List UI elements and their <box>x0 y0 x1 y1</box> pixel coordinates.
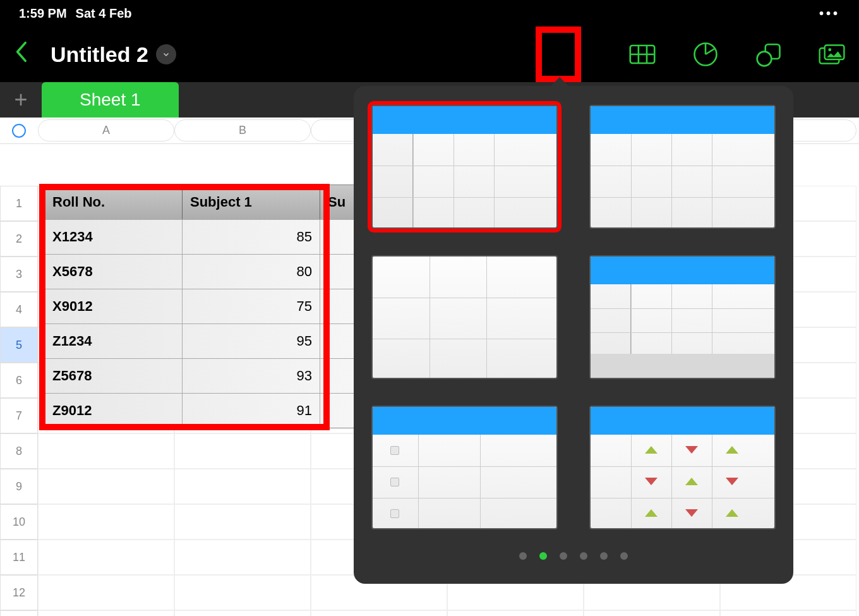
table-style-option[interactable] <box>371 255 558 379</box>
row-header[interactable]: 11 <box>0 540 38 575</box>
table-style-option[interactable] <box>589 406 776 529</box>
row-header[interactable]: 12 <box>0 575 38 610</box>
row-header[interactable]: 3 <box>0 257 38 292</box>
status-bar: 1:59 PM Sat 4 Feb ••• <box>0 0 859 27</box>
row-header[interactable]: 1 <box>0 186 38 221</box>
shape-icon[interactable] <box>755 41 782 68</box>
table-header[interactable]: Subject 1 <box>183 185 320 219</box>
chart-icon[interactable] <box>692 41 719 68</box>
svg-point-6 <box>757 52 772 66</box>
svg-point-9 <box>828 48 831 51</box>
col-header[interactable]: A <box>38 119 174 142</box>
table-style-option[interactable] <box>371 105 558 229</box>
table-row[interactable]: X123485 <box>45 219 396 254</box>
table-style-option[interactable] <box>589 255 776 379</box>
table-row[interactable]: X567880 <box>45 254 396 289</box>
add-sheet-button[interactable]: + <box>0 82 42 118</box>
table-style-option[interactable] <box>371 406 558 529</box>
more-icon[interactable]: ••• <box>819 6 840 21</box>
row-header[interactable]: 10 <box>0 504 38 540</box>
title-bar: Untitled 2 <box>0 27 859 82</box>
page-indicator[interactable] <box>371 552 776 560</box>
row-header[interactable]: 7 <box>0 398 38 433</box>
row-header[interactable]: 8 <box>0 433 38 469</box>
data-table[interactable]: Roll No. Subject 1 Su X123485 X567880 X9… <box>44 184 397 428</box>
select-all-corner[interactable] <box>0 118 38 143</box>
table-icon[interactable] <box>629 41 656 68</box>
status-date: Sat 4 Feb <box>76 6 132 21</box>
row-header[interactable]: 13 <box>0 610 38 616</box>
table-row[interactable]: Z123495 <box>45 323 396 358</box>
table-header[interactable]: Roll No. <box>45 185 183 219</box>
row-header[interactable]: 4 <box>0 292 38 327</box>
row-header[interactable]: 2 <box>0 221 38 257</box>
row-header[interactable]: 5 <box>0 327 38 363</box>
back-button[interactable] <box>14 40 28 69</box>
table-row[interactable]: Z901291 <box>45 393 396 428</box>
media-icon[interactable] <box>819 41 845 68</box>
table-style-popover <box>354 86 793 584</box>
table-row[interactable]: X901275 <box>45 289 396 323</box>
sheet-tab-active[interactable]: Sheet 1 <box>42 82 179 118</box>
table-style-option[interactable] <box>589 105 776 229</box>
document-dropdown[interactable] <box>156 44 176 64</box>
row-header[interactable]: 9 <box>0 469 38 504</box>
col-header[interactable]: B <box>174 119 311 142</box>
row-header[interactable]: 6 <box>0 363 38 398</box>
table-row[interactable]: Z567893 <box>45 358 396 393</box>
status-time: 1:59 PM <box>19 6 67 21</box>
document-title: Untitled 2 <box>51 42 148 67</box>
